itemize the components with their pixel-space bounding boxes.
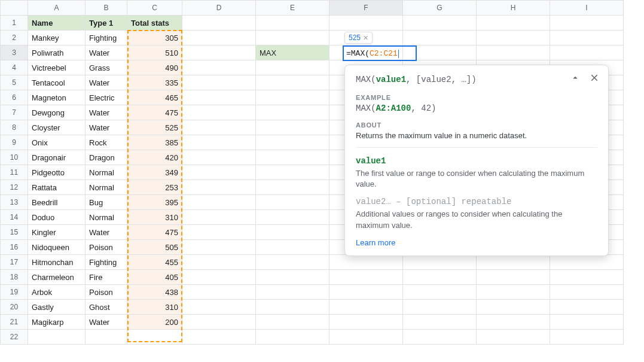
cell-D19[interactable] [182,285,256,300]
row-header-2[interactable]: 2 [1,31,28,45]
cell-A16[interactable]: Nidoqueen [28,240,86,255]
col-header-A[interactable]: A [28,1,86,16]
learn-more-link[interactable]: Learn more [356,238,597,247]
close-icon[interactable] [589,72,600,85]
cell-H2[interactable] [477,31,550,45]
cell-B3[interactable]: Water [86,45,127,60]
cell-A6[interactable]: Magneton [28,90,86,105]
cell-C16[interactable]: 505 [127,240,182,255]
cell-C2[interactable]: 305 [127,31,182,45]
col-header-B[interactable]: B [86,1,127,16]
cell-I19[interactable] [550,285,624,300]
cell-I3[interactable] [550,45,624,60]
cell-E15[interactable] [256,225,329,240]
cell-C15[interactable]: 475 [127,225,182,240]
row-header-9[interactable]: 9 [1,135,28,150]
cell-B16[interactable]: Poison [86,240,127,255]
cell-C1[interactable]: Total stats [127,16,182,31]
cell-D5[interactable] [182,75,256,90]
cell-C19[interactable]: 438 [127,285,182,300]
cell-E4[interactable] [256,60,329,75]
cell-C14[interactable]: 310 [127,210,182,225]
cell-E18[interactable] [256,270,329,285]
row-header-17[interactable]: 17 [1,255,28,270]
cell-D8[interactable] [182,120,256,135]
cell-E1[interactable] [256,16,329,31]
row-header-6[interactable]: 6 [1,90,28,105]
cell-E9[interactable] [256,135,329,150]
cell-H21[interactable] [477,315,550,330]
cell-D4[interactable] [182,60,256,75]
cell-C8[interactable]: 525 [127,120,182,135]
row-header-5[interactable]: 5 [1,75,28,90]
cell-D7[interactable] [182,105,256,120]
cell-C11[interactable]: 349 [127,165,182,180]
cell-I2[interactable] [550,31,624,45]
col-header-H[interactable]: H [477,1,550,16]
cell-E7[interactable] [256,105,329,120]
cell-H22[interactable] [477,330,550,345]
cell-C6[interactable]: 465 [127,90,182,105]
cell-C5[interactable]: 335 [127,75,182,90]
collapse-icon[interactable] [570,72,581,85]
cell-G21[interactable] [403,315,477,330]
cell-G18[interactable] [403,270,477,285]
cell-A19[interactable]: Arbok [28,285,86,300]
cell-A11[interactable]: Pidgeotto [28,165,86,180]
cell-G19[interactable] [403,285,477,300]
cell-D13[interactable] [182,195,256,210]
cell-E17[interactable] [256,255,329,270]
cell-D15[interactable] [182,225,256,240]
cell-D16[interactable] [182,240,256,255]
cell-E20[interactable] [256,300,329,315]
cell-F17[interactable] [329,255,403,270]
cell-B2[interactable]: Fighting [86,31,127,45]
cell-A17[interactable]: Hitmonchan [28,255,86,270]
cell-I22[interactable] [550,330,624,345]
cell-A7[interactable]: Dewgong [28,105,86,120]
row-header-12[interactable]: 12 [1,180,28,195]
col-header-I[interactable]: I [550,1,624,16]
cell-B12[interactable]: Normal [86,180,127,195]
cell-E10[interactable] [256,150,329,165]
cell-A2[interactable]: Mankey [28,31,86,45]
cell-C7[interactable]: 475 [127,105,182,120]
cell-B14[interactable]: Normal [86,210,127,225]
cell-E14[interactable] [256,210,329,225]
cell-D21[interactable] [182,315,256,330]
cell-G22[interactable] [403,330,477,345]
cell-D12[interactable] [182,180,256,195]
cell-A15[interactable]: Kingler [28,225,86,240]
col-header-F[interactable]: F [329,1,403,16]
cell-C12[interactable]: 253 [127,180,182,195]
cell-B5[interactable]: Water [86,75,127,90]
cell-F20[interactable] [329,300,403,315]
cell-E22[interactable] [256,330,329,345]
cell-H20[interactable] [477,300,550,315]
cell-F19[interactable] [329,285,403,300]
cell-A18[interactable]: Charmeleon [28,270,86,285]
cell-B10[interactable]: Dragon [86,150,127,165]
cell-A14[interactable]: Doduo [28,210,86,225]
cell-B17[interactable]: Fighting [86,255,127,270]
cell-C13[interactable]: 395 [127,195,182,210]
cell-D2[interactable] [182,31,256,45]
row-header-13[interactable]: 13 [1,195,28,210]
cell-A21[interactable]: Magikarp [28,315,86,330]
cell-D20[interactable] [182,300,256,315]
formula-result-preview[interactable]: 525 ✕ [344,32,373,44]
cell-C9[interactable]: 385 [127,135,182,150]
cell-E8[interactable] [256,120,329,135]
row-header-19[interactable]: 19 [1,285,28,300]
row-header-14[interactable]: 14 [1,210,28,225]
cell-B9[interactable]: Rock [86,135,127,150]
row-header-20[interactable]: 20 [1,300,28,315]
cell-F1[interactable] [329,16,403,31]
cell-E21[interactable] [256,315,329,330]
select-all-corner[interactable] [1,1,28,16]
row-header-4[interactable]: 4 [1,60,28,75]
cell-C20[interactable]: 310 [127,300,182,315]
cell-D6[interactable] [182,90,256,105]
cell-C18[interactable]: 405 [127,270,182,285]
cell-E6[interactable] [256,90,329,105]
